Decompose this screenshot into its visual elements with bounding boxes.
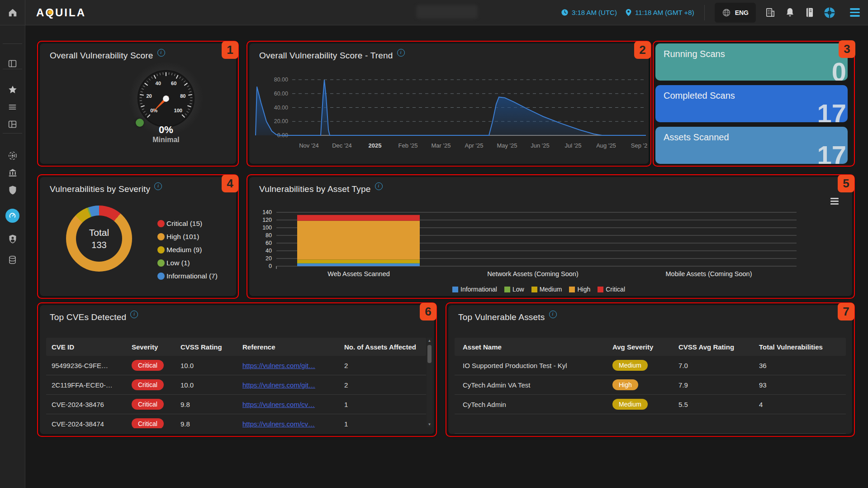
scan-card-value: 0 — [832, 59, 846, 81]
scroll-down-icon[interactable]: ▼ — [427, 421, 432, 427]
table-row: CVE-2024-38476Critical9.8https://vulners… — [46, 395, 426, 414]
column-header: Total Vulnerabilities — [751, 343, 846, 351]
layout-grid-icon — [8, 120, 17, 129]
organization-button[interactable] — [764, 7, 776, 19]
home-button[interactable] — [0, 0, 25, 25]
docs-button[interactable] — [804, 7, 816, 19]
sidebar-item-star[interactable] — [0, 82, 25, 97]
asset-name: CyTech Admin — [455, 401, 604, 408]
svg-text:20: 20 — [146, 93, 152, 99]
reference-link[interactable]: https://vulners.com/git… — [242, 362, 315, 369]
cvss-avg-rating: 7.0 — [670, 362, 751, 369]
panel-score-trend: Overall Vulnerability Score - Trend i 80… — [249, 43, 649, 164]
bar-legend-label: Low — [512, 286, 524, 293]
panel-top-assets: Top Vulnerable Assets i Asset NameAvg Se… — [448, 305, 852, 434]
svg-text:Mobile Assets (Coming Soon): Mobile Assets (Coming Soon) — [666, 270, 752, 277]
scan-card-label: Completed Scans — [664, 91, 735, 101]
left-sidebar — [0, 25, 25, 488]
info-icon[interactable]: i — [130, 311, 138, 318]
svg-text:Network Assets (Coming Soon): Network Assets (Coming Soon) — [487, 270, 578, 277]
annotation-badge-5: 5 — [838, 175, 854, 192]
svg-text:0: 0 — [269, 263, 272, 269]
language-label: ENG — [735, 9, 749, 16]
table-scrollbar[interactable]: ▲ ▼ — [427, 338, 432, 427]
scan-card-running-scans[interactable]: Running Scans0 — [655, 43, 848, 81]
divider — [704, 5, 705, 20]
assets-affected: 1 — [339, 420, 426, 428]
svg-text:20: 20 — [266, 255, 272, 262]
column-header: No. of Assets Affected — [339, 343, 426, 351]
table-row: CyTech AdminMedium5.54 — [455, 395, 846, 414]
severity-badge: Critical — [132, 360, 164, 371]
svg-text:120: 120 — [262, 217, 272, 223]
scan-card-completed-scans[interactable]: Completed Scans17 — [655, 85, 848, 122]
legend-item-high: High (101) — [157, 230, 218, 243]
table-header: Asset NameAvg SeverityCVSS Avg RatingTot… — [455, 338, 846, 356]
severity-badge: Critical — [132, 418, 164, 428]
sidebar-item-dashboard-gauge[interactable] — [0, 208, 25, 223]
avg-severity-cell: High — [604, 379, 670, 390]
annotation-badge-7: 7 — [838, 303, 854, 321]
annotation-box-4: 4 Vulnerabilities by Severity i Total 13… — [37, 174, 239, 299]
severity-cell: Critical — [126, 399, 175, 410]
svg-text:Jul '25: Jul '25 — [564, 142, 581, 149]
sidebar-item-radar[interactable] — [0, 148, 25, 163]
bar-legend-item-low: Low — [504, 286, 524, 293]
panel-toggle-icon — [8, 59, 17, 68]
sidebar-item-shield[interactable] — [0, 182, 25, 198]
svg-text:2025: 2025 — [369, 142, 382, 149]
table-row-empty — [455, 414, 846, 434]
severity-badge: Medium — [612, 360, 648, 371]
reference-link[interactable]: https://vulners.com/cv… — [242, 401, 315, 408]
sidebar-item-panel-toggle[interactable] — [0, 56, 25, 71]
annotation-badge-4: 4 — [222, 175, 238, 192]
svg-text:20.00: 20.00 — [274, 118, 288, 124]
legend-dot — [157, 246, 165, 254]
cvss-rating: 10.0 — [175, 362, 237, 369]
severity-legend: Critical (15)High (101)Medium (9)Low (1)… — [157, 217, 218, 282]
legend-dot — [157, 259, 165, 267]
bar-legend-item-informational: Informational — [452, 286, 497, 293]
sidebar-item-list[interactable] — [0, 99, 25, 115]
main-menu-button[interactable] — [850, 8, 860, 17]
svg-text:40: 40 — [266, 248, 272, 254]
svg-text:60: 60 — [171, 81, 176, 86]
reference-link[interactable]: https://vulners.com/git… — [242, 381, 315, 389]
reference-cell: https://vulners.com/git… — [237, 362, 339, 369]
globe-icon — [722, 8, 731, 17]
svg-text:Aug '25: Aug '25 — [596, 142, 616, 149]
cve-id: 2C119FFA-ECE0-… — [46, 381, 126, 389]
svg-text:100: 100 — [262, 225, 272, 231]
menu-icon — [850, 8, 860, 10]
severity-cell: Critical — [126, 379, 175, 390]
sidebar-item-shield-user[interactable] — [0, 231, 25, 247]
annotation-box-1: 1 Overall Vulnerability Score i 0%204060… — [37, 41, 239, 167]
info-icon[interactable]: i — [549, 311, 557, 318]
reference-link[interactable]: https://vulners.com/cv… — [242, 420, 315, 428]
table-header: CVE IDSeverityCVSS RatingReferenceNo. of… — [46, 338, 426, 356]
annotation-badge-6: 6 — [420, 303, 436, 321]
scan-card-label: Assets Scanned — [664, 132, 729, 143]
scroll-up-icon[interactable]: ▲ — [427, 338, 432, 344]
scan-card-assets-scanned[interactable]: Assets Scanned17 — [655, 127, 848, 164]
language-button[interactable]: ENG — [715, 3, 756, 23]
info-icon[interactable]: i — [157, 49, 165, 57]
sidebar-item-layout-grid[interactable] — [0, 116, 25, 132]
sidebar-item-bank[interactable] — [0, 165, 25, 181]
list-icon — [8, 102, 17, 112]
panel-overall-score: Overall Vulnerability Score i 0%20406080… — [40, 43, 236, 164]
svg-text:40: 40 — [156, 81, 161, 86]
severity-badge: Critical — [132, 399, 164, 410]
support-button[interactable] — [824, 7, 835, 19]
svg-text:Jun '25: Jun '25 — [531, 142, 550, 149]
notifications-button[interactable] — [784, 7, 796, 19]
annotation-badge-2: 2 — [634, 41, 651, 59]
scroll-thumb[interactable] — [427, 345, 432, 363]
svg-text:Feb '25: Feb '25 — [398, 142, 418, 149]
book-icon — [805, 7, 814, 18]
legend-label: Medium (9) — [166, 246, 202, 254]
sidebar-item-database[interactable] — [0, 252, 25, 268]
redacted-blur — [416, 5, 478, 19]
info-icon[interactable]: i — [154, 182, 162, 190]
utc-time: 3:18 AM (UTC) — [561, 9, 617, 16]
